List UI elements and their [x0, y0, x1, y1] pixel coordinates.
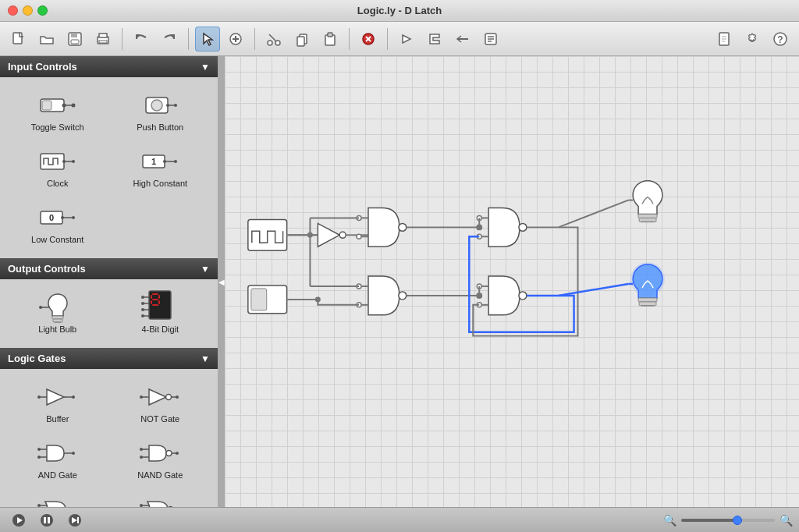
- svg-rect-67: [151, 295, 152, 299]
- save-button[interactable]: [62, 27, 87, 51]
- resize-handle[interactable]: [218, 56, 225, 507]
- circuit-canvas[interactable]: [225, 56, 799, 507]
- svg-point-106: [37, 504, 41, 507]
- select-tool[interactable]: [195, 27, 220, 51]
- svg-point-93: [37, 448, 41, 451]
- window-title: Logic.ly - D Latch: [357, 5, 442, 16]
- nand-gate-4[interactable]: [477, 276, 527, 315]
- svg-point-12: [268, 41, 272, 45]
- svg-text:1: 1: [151, 157, 156, 166]
- and-gate-icon: [37, 439, 78, 467]
- svg-point-120: [339, 232, 346, 238]
- svg-rect-147: [638, 298, 657, 302]
- zoom-thumb[interactable]: [733, 516, 742, 525]
- help-button[interactable]: ?: [768, 27, 793, 51]
- feedback-lower: [469, 236, 574, 332]
- high-constant-item[interactable]: 1 High Constant: [109, 140, 212, 196]
- zoom-slider[interactable]: [681, 519, 775, 522]
- nor-gate-icon: [140, 495, 180, 507]
- main-layout: Input Controls ▼ Toggle Switch: [0, 56, 799, 507]
- svg-rect-66: [152, 304, 158, 306]
- or-gate-item[interactable]: OR Gate: [6, 488, 109, 507]
- svg-rect-60: [52, 316, 63, 319]
- pause-button[interactable]: [34, 508, 59, 533]
- sep3: [254, 28, 255, 50]
- paste-button[interactable]: [318, 27, 343, 51]
- note-button[interactable]: [478, 27, 503, 51]
- play-button[interactable]: [6, 508, 31, 533]
- light-bulb-item[interactable]: Light Bulb: [6, 286, 109, 342]
- push-button-icon: [140, 91, 180, 119]
- nand-gate-item[interactable]: NAND Gate: [109, 431, 212, 488]
- nand-gate-2[interactable]: [357, 276, 407, 315]
- svg-rect-69: [151, 300, 152, 304]
- svg-marker-7: [204, 34, 212, 45]
- undo-button[interactable]: [129, 27, 154, 51]
- push-button-item[interactable]: Push Button: [109, 83, 212, 140]
- input-controls-label: Input Controls: [8, 61, 77, 73]
- settings-button[interactable]: [740, 27, 765, 51]
- bulb-on-component[interactable]: [628, 262, 665, 306]
- four-bit-digit-icon: [140, 293, 180, 321]
- cut-button[interactable]: [261, 27, 286, 51]
- sim-run-button[interactable]: [422, 27, 447, 51]
- low-constant-item[interactable]: 0 Low Constant: [6, 196, 109, 252]
- svg-point-113: [140, 504, 143, 507]
- doc-button[interactable]: [712, 27, 737, 51]
- zoom-out-icon[interactable]: 🔍: [663, 514, 676, 527]
- svg-rect-155: [48, 517, 50, 523]
- minimize-button[interactable]: [23, 5, 33, 16]
- svg-text:?: ?: [777, 34, 783, 45]
- nand-gate-3[interactable]: [477, 208, 527, 247]
- redo-button[interactable]: [157, 27, 182, 51]
- not-gate-item[interactable]: NOT Gate: [109, 375, 212, 431]
- clock-component[interactable]: [248, 219, 287, 250]
- svg-point-86: [166, 395, 172, 400]
- maximize-button[interactable]: [37, 5, 48, 16]
- canvas-area[interactable]: [225, 56, 799, 507]
- open-button[interactable]: [34, 27, 59, 51]
- toggle-switch-icon: [37, 91, 78, 119]
- add-tool[interactable]: [223, 27, 248, 51]
- low-constant-icon: 0: [37, 204, 78, 232]
- toggle-switch-component[interactable]: [248, 286, 287, 314]
- clock-item[interactable]: Clock: [6, 140, 109, 196]
- svg-point-127: [399, 292, 407, 300]
- input-controls-header[interactable]: Input Controls ▼: [0, 56, 218, 77]
- four-bit-digit-item[interactable]: 4-Bit Digit: [109, 286, 212, 342]
- toolbar-right: ?: [712, 27, 793, 51]
- logic-gates-chevron: ▼: [201, 353, 210, 364]
- svg-point-94: [37, 456, 41, 459]
- and-gate-item[interactable]: AND Gate: [6, 431, 109, 488]
- nand-gate-1[interactable]: [357, 208, 407, 247]
- svg-rect-17: [328, 33, 332, 37]
- sim-step-button[interactable]: [394, 27, 419, 51]
- logic-gates-header[interactable]: Logic Gates ▼: [0, 348, 218, 369]
- not-gate-component[interactable]: [310, 223, 346, 246]
- buffer-item[interactable]: Buffer: [6, 375, 109, 431]
- svg-point-42: [166, 104, 169, 107]
- window-controls[interactable]: [8, 5, 48, 16]
- copy-button[interactable]: [289, 27, 314, 51]
- svg-point-47: [72, 160, 75, 163]
- bulb-off-component[interactable]: [628, 181, 662, 222]
- step-forward-button[interactable]: [62, 508, 87, 533]
- buffer-icon: [37, 383, 78, 411]
- toggle-switch-item[interactable]: Toggle Switch: [6, 83, 109, 140]
- svg-point-51: [163, 160, 166, 163]
- output-controls-header[interactable]: Output Controls ▼: [0, 258, 218, 279]
- new-button[interactable]: [6, 27, 31, 51]
- not-gate-label: NOT Gate: [140, 414, 179, 424]
- nand-gate-label: NAND Gate: [137, 470, 183, 480]
- zoom-in-icon[interactable]: 🔍: [779, 514, 793, 527]
- wire-button[interactable]: [450, 27, 475, 51]
- nor-gate-item[interactable]: NOR Gate: [109, 488, 212, 507]
- wire-to-bulb-off: [559, 200, 629, 228]
- output-controls-grid: Light Bulb: [0, 279, 218, 348]
- sep1: [122, 28, 123, 50]
- svg-point-52: [174, 160, 177, 163]
- close-button[interactable]: [8, 5, 18, 16]
- delete-button[interactable]: [356, 27, 381, 51]
- svg-point-76: [141, 302, 144, 305]
- print-button[interactable]: [91, 27, 115, 51]
